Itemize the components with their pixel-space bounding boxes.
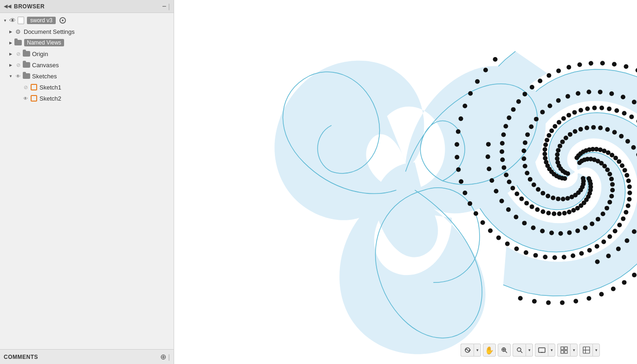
canvases-folder-icon [22,61,31,69]
root-target-icon[interactable] [58,16,67,25]
svg-point-248 [556,148,560,153]
svg-point-158 [556,197,560,201]
tree-item-origin[interactable]: Origin [0,48,174,59]
sketch1-visibility-icon[interactable] [21,83,30,91]
svg-point-165 [525,171,529,175]
origin-visibility-icon[interactable] [14,50,22,58]
grid-icon [560,346,568,354]
svg-point-45 [459,179,463,184]
orbit-dropdown-arrow[interactable]: ▾ [474,344,481,357]
svg-point-161 [540,191,545,196]
svg-point-19 [627,191,632,195]
panel-dropdown-arrow[interactable]: ▾ [592,344,600,357]
svg-point-137 [624,64,628,69]
svg-point-255 [585,126,589,130]
tree-item-named-views[interactable]: Named Views [0,37,174,48]
svg-point-196 [543,142,548,147]
svg-point-107 [552,211,556,216]
svg-point-181 [621,95,625,99]
svg-point-178 [586,89,591,94]
svg-point-232 [611,287,616,291]
collapse-browser-icon[interactable]: ◀◀ [4,3,11,9]
panel-icon [583,346,590,354]
origin-expand[interactable] [7,51,14,57]
svg-point-31 [571,254,575,258]
svg-point-198 [546,133,551,138]
svg-point-21 [626,204,630,208]
svg-point-66 [607,172,612,176]
sketch1-icon [30,83,38,91]
svg-point-78 [567,230,572,235]
svg-point-13 [617,159,621,164]
display-button[interactable] [535,344,548,357]
svg-rect-287 [565,347,567,350]
zoom-icon [516,346,523,354]
tree-item-sketches[interactable]: Sketches [0,70,174,82]
sketch2-visibility-icon[interactable] [21,94,30,102]
svg-point-68 [610,182,615,187]
svg-point-110 [535,207,540,212]
comments-pipe-icon: | [168,353,170,361]
svg-point-118 [501,165,506,170]
grid-button[interactable] [557,344,570,357]
display-dropdown-arrow[interactable]: ▾ [548,344,555,357]
svg-point-80 [549,230,554,235]
svg-point-50 [459,116,463,121]
svg-point-131 [556,69,561,73]
svg-point-64 [602,164,607,168]
root-expand-arrow[interactable] [2,17,8,24]
canvases-visibility-icon[interactable] [14,61,22,69]
svg-point-174 [547,103,552,108]
svg-point-204 [572,110,577,115]
zoom-dropdown-arrow[interactable]: ▾ [526,344,533,357]
canvases-expand[interactable] [7,62,14,68]
svg-point-182 [632,100,637,104]
svg-point-256 [591,125,596,130]
tree-item-sketch2[interactable]: Sketch2 [0,93,174,104]
zoom-button[interactable] [513,344,526,357]
pan-button[interactable]: ✋ [483,344,496,357]
tree-item-sketch1[interactable]: Sketch1 [0,82,174,93]
svg-point-206 [585,106,590,111]
svg-point-205 [578,108,583,113]
svg-point-193 [543,156,547,160]
root-visibility-icon[interactable]: 👁 [8,16,17,25]
svg-point-102 [575,206,580,211]
svg-point-34 [543,255,547,259]
svg-point-262 [631,145,636,150]
svg-point-113 [519,197,524,201]
svg-point-84 [514,215,518,219]
sketches-expand[interactable] [7,73,14,79]
svg-point-88 [489,178,494,183]
add-comment-icon[interactable]: ⊕ [160,352,166,361]
orbit-button[interactable] [461,344,474,357]
panel-tool-group: ▾ [579,344,600,357]
svg-rect-288 [561,351,564,353]
svg-point-136 [612,62,617,66]
svg-point-44 [462,191,467,195]
svg-point-105 [562,211,567,216]
tree-root-item[interactable]: 👁 sword v3 [0,15,174,26]
svg-point-251 [564,135,568,140]
panel-button[interactable] [579,344,592,357]
tree-item-canvases[interactable]: Canvases [0,59,174,70]
named-views-expand[interactable] [7,39,14,46]
doc-settings-expand[interactable] [7,28,14,35]
svg-point-156 [566,196,570,201]
svg-point-207 [592,106,597,110]
svg-point-210 [614,109,619,113]
svg-point-67 [609,177,614,181]
svg-point-179 [598,89,603,94]
zoom-window-button[interactable] [498,344,511,357]
sketches-visibility-icon[interactable] [14,72,22,80]
browser-minus-icon[interactable]: − [162,2,166,11]
svg-point-65 [605,167,610,172]
svg-point-42 [474,211,478,216]
svg-point-20 [627,197,631,202]
grid-dropdown-arrow[interactable]: ▾ [570,344,578,357]
svg-point-55 [493,57,498,62]
browser-pipe-icon: | [168,3,170,10]
svg-point-76 [583,225,588,230]
tree-item-document-settings[interactable]: ⚙ Document Settings [0,26,174,37]
svg-point-122 [501,133,506,137]
